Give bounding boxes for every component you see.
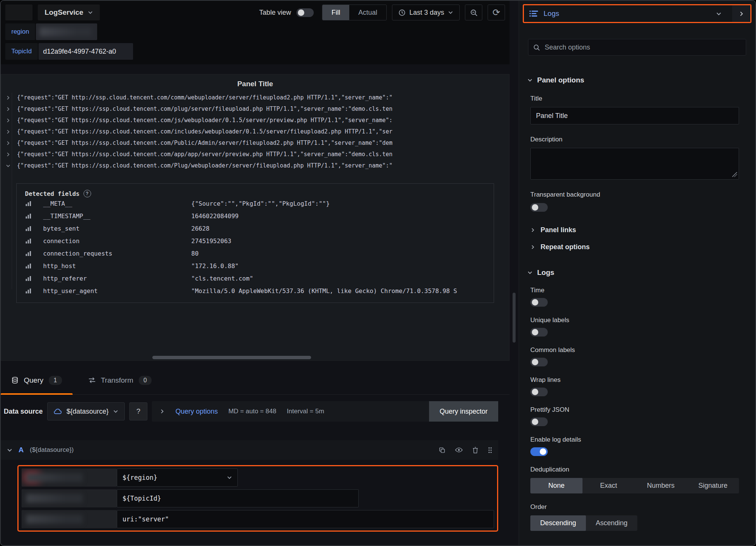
- panel-links-label: Panel links: [541, 226, 576, 234]
- field-name: http_referer: [43, 275, 191, 282]
- prettify-json-toggle[interactable]: [530, 417, 548, 426]
- chevron-down-icon[interactable]: [7, 447, 12, 453]
- field-stats-icon[interactable]: [26, 214, 43, 219]
- query-ref-id[interactable]: A: [19, 446, 24, 454]
- table-view-toggle[interactable]: [296, 8, 314, 17]
- hide-query-eye-icon[interactable]: [455, 447, 463, 453]
- topicid-input-value[interactable]: [122, 495, 353, 502]
- log-row[interactable]: {"request":"GET https://ssp.cloud.tencen…: [1, 126, 509, 137]
- order-option-descending[interactable]: Descending: [530, 515, 586, 531]
- logs-options-section-header[interactable]: Logs: [519, 268, 755, 277]
- log-row[interactable]: {"request":"GET https://ssp.cloud.tencen…: [1, 115, 509, 126]
- dedup-option-none[interactable]: None: [530, 478, 582, 493]
- query-expression-input[interactable]: [117, 510, 494, 528]
- detected-field-row: connection_requests 80: [17, 247, 494, 260]
- tab-transform[interactable]: Transform 0: [78, 366, 163, 394]
- panel-title-input[interactable]: [530, 107, 739, 124]
- datasource-help-button[interactable]: ?: [129, 402, 147, 420]
- query-datasource-hint: (${datasource}): [30, 446, 74, 454]
- log-row[interactable]: {"request":"GET https://ssp.cloud.tencen…: [1, 137, 509, 149]
- vertical-scrollbar[interactable]: [513, 293, 516, 343]
- field-stats-icon[interactable]: [26, 201, 43, 206]
- scroll-gutter: [510, 1, 519, 545]
- field-stats-icon[interactable]: [26, 276, 43, 281]
- duplicate-query-icon[interactable]: [439, 447, 445, 453]
- panel-links-section[interactable]: Panel links: [530, 226, 755, 234]
- repeat-options-section[interactable]: Repeat options: [530, 243, 755, 251]
- query-row-actions: [439, 447, 492, 453]
- info-circle-icon[interactable]: ?: [84, 190, 91, 197]
- region-select-value[interactable]: [122, 474, 227, 481]
- field-stats-icon[interactable]: [26, 289, 43, 293]
- refresh-icon: ⟳: [493, 8, 500, 17]
- tab-query[interactable]: Query 1: [1, 366, 73, 394]
- visualization-picker[interactable]: Logs: [523, 4, 751, 23]
- transparent-background-label: Transparent background: [530, 191, 739, 199]
- enable-log-details-toggle[interactable]: [530, 447, 548, 456]
- max-datapoints-text: MD = auto = 848: [228, 408, 276, 415]
- field-value: 1646022084099: [191, 213, 494, 220]
- unique-labels-toggle[interactable]: [530, 328, 548, 337]
- zoom-out-button[interactable]: [465, 5, 482, 20]
- variable-row-region: region: [5, 23, 505, 40]
- horizontal-scrollbar[interactable]: [152, 356, 311, 359]
- delete-query-trash-icon[interactable]: [472, 447, 478, 453]
- topicid-variable-value[interactable]: d12a9fe4-4997-4762-a0: [39, 43, 133, 60]
- enable-log-details-toggle-label: Enable log details: [530, 436, 739, 444]
- chevron-down-icon: [716, 11, 727, 17]
- field-stats-icon[interactable]: [26, 251, 43, 256]
- refresh-button[interactable]: ⟳: [488, 5, 505, 20]
- field-stats-icon[interactable]: [26, 239, 43, 244]
- log-line-text: {"request":"GET https://ssp.cloud.tencen…: [17, 140, 392, 146]
- time-toggle[interactable]: [530, 298, 548, 307]
- log-row[interactable]: {"request":"GET https://ssp.cloud.tencen…: [1, 103, 509, 115]
- query-expression-value[interactable]: [122, 515, 488, 523]
- order-option-ascending[interactable]: Ascending: [586, 515, 637, 531]
- query-options-link[interactable]: Query options: [175, 408, 218, 416]
- log-line-text: {"request":"GET https://ssp.cloud.tencen…: [17, 151, 392, 158]
- description-textarea[interactable]: [530, 148, 739, 180]
- field-stats-icon[interactable]: [26, 226, 43, 231]
- log-gutter-line: [12, 93, 12, 289]
- field-stats-icon[interactable]: [26, 264, 43, 268]
- dedup-option-exact[interactable]: Exact: [582, 478, 635, 493]
- datasource-picker[interactable]: ${datasource}: [47, 402, 125, 420]
- query-inspector-button[interactable]: Query inspector: [429, 401, 498, 422]
- log-row[interactable]: {"request":"GET http://ssp.cloud.tencent…: [1, 92, 509, 103]
- common-labels-toggle[interactable]: [530, 358, 548, 366]
- chevron-down-icon: [227, 475, 232, 480]
- fill-button[interactable]: Fill: [322, 5, 349, 20]
- description-field-label: Description: [530, 136, 739, 143]
- transparent-background-toggle[interactable]: [530, 203, 548, 212]
- region-variable-value-redacted[interactable]: [36, 23, 97, 40]
- query-options-strip: Query options MD = auto = 848 Interval =…: [152, 401, 498, 422]
- region-select[interactable]: [117, 468, 238, 487]
- wrap-lines-toggle[interactable]: [530, 388, 548, 396]
- panel-options-section-header[interactable]: Panel options: [519, 76, 755, 84]
- detected-field-row: http_host "172.16.0.88": [17, 260, 494, 272]
- log-row-expanded[interactable]: {"request":"GET https://ssp.cloud.tencen…: [1, 160, 509, 171]
- datasource-value: ${datasource}: [67, 408, 108, 416]
- dedup-option-numbers[interactable]: Numbers: [635, 478, 687, 493]
- field-value: "cls.tencent.com": [191, 275, 494, 282]
- options-search: [528, 39, 746, 56]
- drag-handle-icon[interactable]: [488, 447, 492, 453]
- query-count-badge: 1: [49, 376, 62, 385]
- clock-icon: [398, 9, 406, 16]
- description-textarea-wrap: [530, 148, 739, 180]
- chevron-down-icon: [448, 10, 453, 15]
- options-search-input[interactable]: [545, 43, 741, 51]
- chevron-right-icon: [530, 228, 535, 233]
- log-row[interactable]: {"request":"GET https://ssp.cloud.tencen…: [1, 149, 509, 160]
- field-name: connection: [43, 237, 191, 245]
- dedup-option-signature[interactable]: Signature: [687, 478, 739, 493]
- dashboard-title-dropdown[interactable]: LogService: [38, 5, 100, 20]
- transform-count-badge: 0: [139, 376, 152, 385]
- wrap-lines-toggle-label: Wrap lines: [530, 376, 739, 384]
- actual-button[interactable]: Actual: [349, 5, 386, 20]
- unique-labels-toggle-label: Unique labels: [530, 316, 739, 324]
- topicid-input[interactable]: [117, 489, 359, 507]
- chevron-right-icon: [6, 141, 17, 146]
- collapse-pane-button[interactable]: [732, 5, 750, 22]
- time-range-picker[interactable]: Last 3 days: [392, 5, 460, 20]
